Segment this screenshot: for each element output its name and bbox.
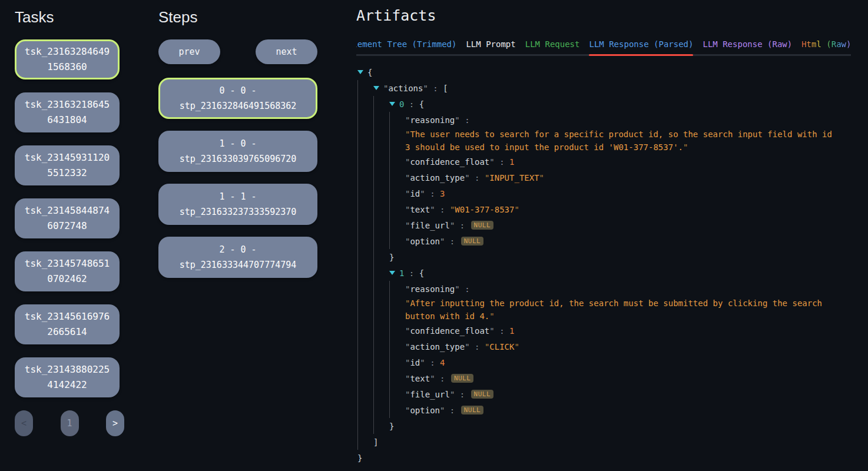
json-punct-segment: } bbox=[389, 422, 394, 431]
indent-guide bbox=[389, 310, 405, 323]
json-tree-line: "confidence_float" : 1 bbox=[357, 323, 851, 339]
json-dim-segment: " bbox=[405, 115, 410, 125]
indent-guide bbox=[389, 154, 405, 170]
json-punct-segment: { bbox=[367, 68, 372, 77]
task-button[interactable]: tsk_231632186456431804 bbox=[15, 92, 120, 132]
indent-guide bbox=[357, 297, 373, 310]
artifact-tab[interactable]: Element Tree (Trimmed) bbox=[356, 39, 456, 49]
json-dim-segment: " bbox=[383, 84, 388, 93]
json-str-segment: INPUT_TEXT bbox=[489, 173, 539, 183]
task-id-label: tsk_231459311205512332 bbox=[22, 150, 112, 181]
json-dim-segment: " : bbox=[430, 374, 450, 383]
json-dim-segment: " bbox=[405, 342, 410, 351]
json-dim-segment: " : bbox=[420, 189, 440, 198]
json-strq-segment: " bbox=[683, 142, 688, 152]
json-num-segment: 1 bbox=[509, 157, 514, 167]
indent-guide bbox=[373, 386, 389, 402]
task-button[interactable]: tsk_231459311205512332 bbox=[15, 145, 120, 185]
step-button[interactable]: 1 - 1 - stp_231633237333592370 bbox=[158, 184, 317, 225]
collapse-triangle-icon[interactable] bbox=[373, 86, 379, 90]
indent-guide bbox=[389, 112, 405, 128]
json-key-segment: id bbox=[410, 358, 420, 367]
indent-guide bbox=[389, 339, 405, 354]
json-str-segment: button with id 4. bbox=[405, 311, 489, 321]
tasks-pagination: < 1 > bbox=[15, 410, 124, 436]
task-id-label: tsk_231632186456431804 bbox=[22, 97, 112, 128]
json-strq-segment: " bbox=[485, 173, 489, 183]
step-list: 0 - 0 - stp_2316328464915683621 - 0 - st… bbox=[158, 78, 317, 278]
artifact-tab[interactable]: LLM Response (Raw) bbox=[703, 39, 792, 49]
json-tree-line: "file_url" : NULL bbox=[357, 217, 851, 233]
task-button[interactable]: tsk_231458448746072748 bbox=[15, 198, 120, 238]
json-dim-segment: " bbox=[405, 326, 410, 336]
json-dim-segment: " : bbox=[455, 284, 469, 294]
indent-guide bbox=[357, 112, 373, 128]
step-button[interactable]: 0 - 0 - stp_231632846491568362 bbox=[158, 78, 317, 119]
task-button[interactable]: tsk_231457486510702462 bbox=[15, 251, 120, 291]
json-key-segment: id bbox=[410, 189, 420, 198]
null-badge: NULL bbox=[471, 390, 494, 399]
json-dim-segment: " : bbox=[465, 342, 485, 351]
json-tree-line: "text" : NULL bbox=[357, 370, 851, 386]
json-tree-line: "actions" : [ bbox=[357, 80, 851, 96]
indent-guide bbox=[373, 265, 389, 281]
step-button[interactable]: 2 - 0 - stp_231633344707774794 bbox=[158, 237, 317, 278]
task-id-label: tsk_231632846491568360 bbox=[22, 44, 112, 75]
pagination-next-button[interactable]: > bbox=[106, 410, 124, 436]
json-key-segment: confidence_float bbox=[410, 157, 489, 167]
json-dim-segment: " bbox=[405, 390, 410, 399]
step-button[interactable]: 1 - 0 - stp_231633039765096720 bbox=[158, 131, 317, 172]
step-id-label: 0 - 0 - stp_231632846491568362 bbox=[168, 83, 307, 114]
task-id-label: tsk_231438802254142422 bbox=[22, 362, 112, 393]
artifact-tab[interactable]: LLM Request bbox=[525, 39, 580, 49]
step-id-label: 1 - 0 - stp_231633039765096720 bbox=[168, 136, 307, 167]
collapse-triangle-icon[interactable] bbox=[389, 271, 395, 275]
next-step-button[interactable]: next bbox=[256, 39, 317, 64]
artifact-tab[interactable]: LLM Prompt bbox=[466, 39, 515, 49]
json-tree-line: "reasoning" : bbox=[357, 281, 851, 297]
json-dim-segment: " : bbox=[430, 205, 450, 214]
pagination-prev-button[interactable]: < bbox=[15, 410, 33, 436]
task-button[interactable]: tsk_231456169762665614 bbox=[15, 304, 120, 344]
json-key-segment: text bbox=[410, 374, 430, 383]
null-badge: NULL bbox=[461, 237, 484, 246]
task-button[interactable]: tsk_231438802254142422 bbox=[15, 357, 120, 397]
collapse-triangle-icon[interactable] bbox=[389, 102, 395, 106]
collapse-triangle-icon[interactable] bbox=[357, 70, 363, 74]
task-button[interactable]: tsk_231632846491568360 bbox=[15, 39, 120, 79]
indent-guide bbox=[357, 249, 373, 265]
artifact-tabs-clip: Element Tree (Trimmed)LLM PromptLLM Requ… bbox=[356, 39, 851, 56]
indent-guide bbox=[357, 402, 373, 418]
artifacts-panel: Artifacts Element Tree (Trimmed)LLM Prom… bbox=[356, 7, 851, 466]
indent-guide bbox=[357, 80, 373, 96]
json-tree-line: "After inputting the product id, the sea… bbox=[357, 297, 851, 310]
json-dim-segment: " bbox=[405, 374, 410, 383]
artifacts-title: Artifacts bbox=[356, 7, 851, 24]
indent-guide bbox=[389, 201, 405, 217]
indent-guide bbox=[357, 185, 373, 201]
indent-guide bbox=[389, 402, 405, 418]
indent-guide bbox=[373, 339, 389, 354]
json-tree-line: "id" : 4 bbox=[357, 354, 851, 370]
indent-guide bbox=[373, 323, 389, 339]
pagination-page-1-button[interactable]: 1 bbox=[61, 410, 79, 436]
indent-guide bbox=[373, 370, 389, 386]
json-dim-segment: " bbox=[405, 406, 410, 415]
prev-step-button[interactable]: prev bbox=[158, 39, 220, 64]
json-num-segment: 4 bbox=[440, 358, 445, 367]
json-key-segment: reasoning bbox=[410, 115, 455, 125]
json-tree-line: "option" : NULL bbox=[357, 233, 851, 249]
artifact-tab[interactable]: LLM Response (Parsed) bbox=[589, 39, 693, 49]
json-dim-segment: " : bbox=[455, 115, 469, 125]
json-tree-line: "action_type" : "INPUT_TEXT" bbox=[357, 170, 851, 185]
json-key-segment: reasoning bbox=[410, 284, 455, 294]
indent-guide bbox=[357, 265, 373, 281]
indent-guide bbox=[357, 217, 373, 233]
indent-guide bbox=[357, 323, 373, 339]
json-dim-segment: " : bbox=[423, 84, 443, 93]
artifact-tab[interactable]: Html (Raw) bbox=[801, 39, 851, 49]
json-dim-segment: " bbox=[405, 157, 410, 167]
json-punct-segment: } bbox=[357, 453, 362, 463]
json-strq-segment: " bbox=[405, 298, 410, 308]
json-tree-line: "option" : NULL bbox=[357, 402, 851, 418]
